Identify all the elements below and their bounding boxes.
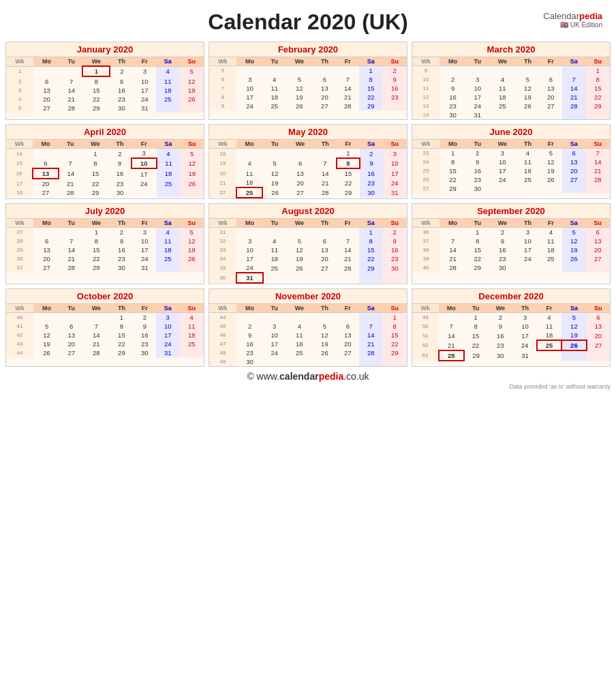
day-cell-su: 13 [587,322,610,331]
day-cell-mo: 23 [236,348,263,357]
day-cell-mo: 17 [236,93,263,102]
day-cell-we: 26 [286,263,313,273]
day-cell-tu: 14 [60,245,82,254]
day-cell-wk: 7 [209,84,236,93]
day-cell-we: 17 [489,166,516,175]
day-cell-mo: 20 [33,95,60,104]
day-cell-tu: 3 [466,75,489,84]
day-cell-su: 2 [382,228,407,237]
day-cell-fr: 21 [337,254,359,263]
day-cell-tu: 1 [466,228,489,237]
day-cell-sa: 31 [156,348,179,357]
day-cell-mo: 9 [440,84,466,93]
day-cell-th: 3 [516,228,539,237]
day-cell-mo: 20 [33,254,60,263]
day-cell-mo: 11 [236,168,263,178]
day-cell-th: 26 [516,102,539,110]
day-cell-th: 9 [110,76,133,86]
day-cell-fr: 31 [134,104,156,112]
col-header-we: We [286,304,313,313]
month-table: WkMoTuWeThFrSaSu231234567248910111213142… [412,140,610,193]
week-row: 2622232425262728 [412,175,610,184]
day-cell-mo: 16 [236,340,263,348]
day-cell-sa [562,184,585,193]
week-row: 2118192021222324 [209,178,407,187]
day-cell-we: 8 [82,158,109,168]
day-cell-fr: 4 [540,228,562,237]
col-header-mo: Mo [440,219,466,228]
day-cell-we: 30 [489,263,516,272]
day-cell-wk: 5 [6,104,33,112]
day-cell-th: 21 [313,178,337,187]
day-cell-tu: 13 [60,331,82,340]
day-cell-tu: 8 [464,322,487,331]
month-table: WkMoTuWeThFrSaSu911023456781191011121314… [412,57,610,119]
day-cell-sa: 7 [359,322,382,331]
day-cell-fr: 14 [337,245,359,254]
month-title: March 2020 [412,42,610,57]
day-cell-fr: 4 [537,313,561,322]
col-header-th: Th [313,304,336,313]
col-header-tu: Tu [59,140,82,149]
week-row: 3310111213141516 [209,245,407,254]
brand-row: Calendarpedia 🇬🇧 UK Edition [543,11,602,29]
day-cell-mo: 17 [236,254,263,263]
day-cell-mo: 8 [440,157,466,166]
col-header-mo: Mo [236,57,263,66]
day-cell-mo: 31 [236,273,263,283]
day-cell-su: 27 [587,340,610,350]
col-header-wk: Wk [412,57,440,66]
day-cell-tu: 4 [263,237,286,245]
brand-cal: Calendar [543,11,579,21]
day-cell-sa: 4 [157,149,181,159]
day-cell-tu: 10 [466,84,489,93]
day-cell-we: 9 [489,237,516,245]
day-cell-tu: 19 [262,178,286,187]
col-header-tu: Tu [60,57,82,66]
day-cell-su: 12 [180,158,204,168]
day-cell-th [313,313,336,322]
day-cell-tu: 29 [466,263,489,272]
day-cell-sa: 8 [359,237,382,245]
day-cell-su: 12 [179,237,204,245]
month-table: WkMoTuWeThFrSaSu112345267891011123131415… [6,57,204,112]
day-cell-wk: 14 [412,110,440,119]
month-title: July 2020 [6,204,204,219]
day-cell-tu [263,273,286,283]
day-cell-tu: 17 [263,340,286,348]
day-cell-mo: 15 [440,166,466,175]
day-cell-mo: 10 [236,84,263,93]
col-header-fr: Fr [337,304,359,313]
day-cell-wk: 23 [412,149,440,158]
day-cell-mo: 13 [33,168,59,179]
day-cell-th: 22 [110,340,133,348]
col-header-sa: Sa [156,57,179,66]
day-cell-mo: 24 [236,263,263,273]
day-cell-su [382,357,407,366]
week-row: 49123456 [412,313,610,322]
week-row: 3020212223242526 [6,254,204,263]
day-cell-su: 16 [382,84,407,93]
day-cell-tu: 3 [263,322,286,331]
day-cell-sa: 13 [562,157,585,166]
day-cell-su: 8 [382,322,407,331]
day-cell-mo: 13 [33,245,60,254]
col-header-sa: Sa [156,219,179,228]
day-cell-mo: 18 [236,178,263,187]
day-cell-th: 12 [516,84,539,93]
month-block-june-2020: June 2020WkMoTuWeThFrSaSu231234567248910… [412,124,611,199]
day-cell-su [179,348,204,357]
col-header-tu: Tu [464,304,487,313]
day-cell-th: 27 [313,263,336,273]
day-cell-we: 2 [487,313,513,322]
week-row: 91 [412,66,610,76]
week-row: 3631 [209,273,407,283]
day-cell-fr [337,228,359,237]
col-header-mo: Mo [440,57,466,66]
day-cell-tu [59,149,82,159]
day-cell-su: 29 [382,348,407,357]
day-cell-su: 15 [382,331,407,340]
day-cell-th: 17 [513,331,536,340]
day-cell-th: 13 [313,245,336,254]
day-cell-mo: 24 [236,102,263,110]
